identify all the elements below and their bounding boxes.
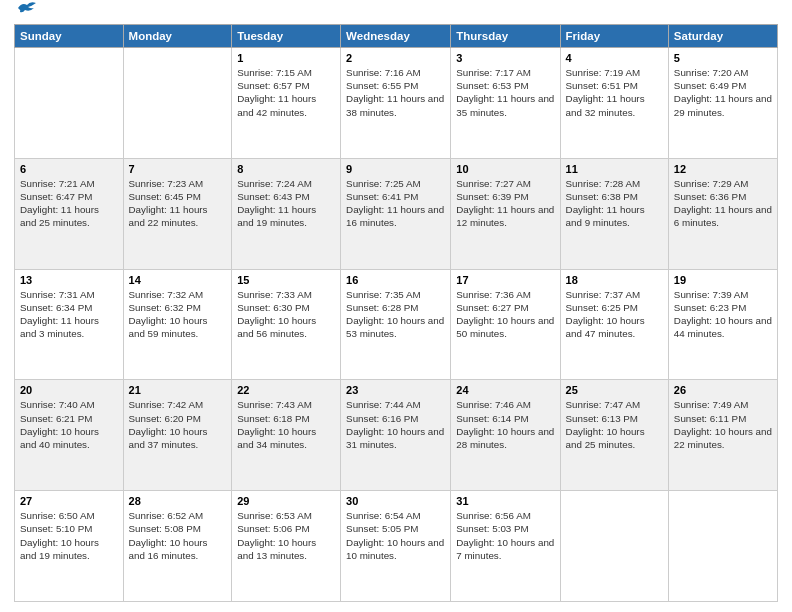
day-info: Sunrise: 7:24 AM Sunset: 6:43 PM Dayligh… <box>237 177 335 230</box>
table-row: 15Sunrise: 7:33 AM Sunset: 6:30 PM Dayli… <box>232 269 341 380</box>
table-row: 9Sunrise: 7:25 AM Sunset: 6:41 PM Daylig… <box>341 158 451 269</box>
calendar-table: Sunday Monday Tuesday Wednesday Thursday… <box>14 24 778 602</box>
day-number: 4 <box>566 52 663 64</box>
table-row <box>123 48 232 159</box>
day-info: Sunrise: 7:19 AM Sunset: 6:51 PM Dayligh… <box>566 66 663 119</box>
day-number: 22 <box>237 384 335 396</box>
day-info: Sunrise: 6:52 AM Sunset: 5:08 PM Dayligh… <box>129 509 227 562</box>
table-row <box>560 491 668 602</box>
table-row: 19Sunrise: 7:39 AM Sunset: 6:23 PM Dayli… <box>668 269 777 380</box>
day-number: 13 <box>20 274 118 286</box>
day-number: 15 <box>237 274 335 286</box>
table-row: 11Sunrise: 7:28 AM Sunset: 6:38 PM Dayli… <box>560 158 668 269</box>
table-row: 3Sunrise: 7:17 AM Sunset: 6:53 PM Daylig… <box>451 48 560 159</box>
day-number: 2 <box>346 52 445 64</box>
day-info: Sunrise: 7:27 AM Sunset: 6:39 PM Dayligh… <box>456 177 554 230</box>
day-info: Sunrise: 7:28 AM Sunset: 6:38 PM Dayligh… <box>566 177 663 230</box>
day-number: 26 <box>674 384 772 396</box>
day-info: Sunrise: 7:35 AM Sunset: 6:28 PM Dayligh… <box>346 288 445 341</box>
day-info: Sunrise: 7:36 AM Sunset: 6:27 PM Dayligh… <box>456 288 554 341</box>
page: Sunday Monday Tuesday Wednesday Thursday… <box>0 0 792 612</box>
table-row: 14Sunrise: 7:32 AM Sunset: 6:32 PM Dayli… <box>123 269 232 380</box>
day-number: 27 <box>20 495 118 507</box>
day-number: 21 <box>129 384 227 396</box>
day-number: 16 <box>346 274 445 286</box>
table-row: 4Sunrise: 7:19 AM Sunset: 6:51 PM Daylig… <box>560 48 668 159</box>
col-saturday: Saturday <box>668 25 777 48</box>
day-info: Sunrise: 7:17 AM Sunset: 6:53 PM Dayligh… <box>456 66 554 119</box>
day-number: 18 <box>566 274 663 286</box>
day-info: Sunrise: 7:42 AM Sunset: 6:20 PM Dayligh… <box>129 398 227 451</box>
table-row: 24Sunrise: 7:46 AM Sunset: 6:14 PM Dayli… <box>451 380 560 491</box>
day-number: 19 <box>674 274 772 286</box>
table-row: 5Sunrise: 7:20 AM Sunset: 6:49 PM Daylig… <box>668 48 777 159</box>
table-row: 7Sunrise: 7:23 AM Sunset: 6:45 PM Daylig… <box>123 158 232 269</box>
table-row: 30Sunrise: 6:54 AM Sunset: 5:05 PM Dayli… <box>341 491 451 602</box>
day-info: Sunrise: 7:20 AM Sunset: 6:49 PM Dayligh… <box>674 66 772 119</box>
col-friday: Friday <box>560 25 668 48</box>
day-info: Sunrise: 7:15 AM Sunset: 6:57 PM Dayligh… <box>237 66 335 119</box>
day-info: Sunrise: 7:43 AM Sunset: 6:18 PM Dayligh… <box>237 398 335 451</box>
table-row: 6Sunrise: 7:21 AM Sunset: 6:47 PM Daylig… <box>15 158 124 269</box>
logo-bird-icon <box>16 0 38 16</box>
table-row: 31Sunrise: 6:56 AM Sunset: 5:03 PM Dayli… <box>451 491 560 602</box>
day-info: Sunrise: 7:44 AM Sunset: 6:16 PM Dayligh… <box>346 398 445 451</box>
day-info: Sunrise: 7:32 AM Sunset: 6:32 PM Dayligh… <box>129 288 227 341</box>
day-number: 9 <box>346 163 445 175</box>
day-info: Sunrise: 7:31 AM Sunset: 6:34 PM Dayligh… <box>20 288 118 341</box>
day-number: 1 <box>237 52 335 64</box>
day-number: 31 <box>456 495 554 507</box>
table-row: 25Sunrise: 7:47 AM Sunset: 6:13 PM Dayli… <box>560 380 668 491</box>
day-info: Sunrise: 7:16 AM Sunset: 6:55 PM Dayligh… <box>346 66 445 119</box>
day-info: Sunrise: 7:40 AM Sunset: 6:21 PM Dayligh… <box>20 398 118 451</box>
table-row: 22Sunrise: 7:43 AM Sunset: 6:18 PM Dayli… <box>232 380 341 491</box>
header <box>14 10 778 16</box>
day-number: 5 <box>674 52 772 64</box>
day-number: 6 <box>20 163 118 175</box>
day-number: 14 <box>129 274 227 286</box>
day-number: 23 <box>346 384 445 396</box>
table-row: 10Sunrise: 7:27 AM Sunset: 6:39 PM Dayli… <box>451 158 560 269</box>
day-number: 25 <box>566 384 663 396</box>
calendar-header-row: Sunday Monday Tuesday Wednesday Thursday… <box>15 25 778 48</box>
table-row: 23Sunrise: 7:44 AM Sunset: 6:16 PM Dayli… <box>341 380 451 491</box>
table-row: 18Sunrise: 7:37 AM Sunset: 6:25 PM Dayli… <box>560 269 668 380</box>
day-number: 20 <box>20 384 118 396</box>
day-info: Sunrise: 7:47 AM Sunset: 6:13 PM Dayligh… <box>566 398 663 451</box>
logo <box>14 10 38 16</box>
day-info: Sunrise: 7:39 AM Sunset: 6:23 PM Dayligh… <box>674 288 772 341</box>
table-row: 20Sunrise: 7:40 AM Sunset: 6:21 PM Dayli… <box>15 380 124 491</box>
day-number: 30 <box>346 495 445 507</box>
day-number: 3 <box>456 52 554 64</box>
table-row: 12Sunrise: 7:29 AM Sunset: 6:36 PM Dayli… <box>668 158 777 269</box>
day-info: Sunrise: 6:53 AM Sunset: 5:06 PM Dayligh… <box>237 509 335 562</box>
day-number: 17 <box>456 274 554 286</box>
day-info: Sunrise: 7:49 AM Sunset: 6:11 PM Dayligh… <box>674 398 772 451</box>
day-info: Sunrise: 7:21 AM Sunset: 6:47 PM Dayligh… <box>20 177 118 230</box>
day-number: 11 <box>566 163 663 175</box>
table-row: 27Sunrise: 6:50 AM Sunset: 5:10 PM Dayli… <box>15 491 124 602</box>
table-row <box>668 491 777 602</box>
table-row: 21Sunrise: 7:42 AM Sunset: 6:20 PM Dayli… <box>123 380 232 491</box>
day-info: Sunrise: 7:37 AM Sunset: 6:25 PM Dayligh… <box>566 288 663 341</box>
table-row: 26Sunrise: 7:49 AM Sunset: 6:11 PM Dayli… <box>668 380 777 491</box>
day-info: Sunrise: 7:46 AM Sunset: 6:14 PM Dayligh… <box>456 398 554 451</box>
table-row: 8Sunrise: 7:24 AM Sunset: 6:43 PM Daylig… <box>232 158 341 269</box>
day-number: 10 <box>456 163 554 175</box>
day-info: Sunrise: 7:25 AM Sunset: 6:41 PM Dayligh… <box>346 177 445 230</box>
day-info: Sunrise: 6:50 AM Sunset: 5:10 PM Dayligh… <box>20 509 118 562</box>
table-row: 28Sunrise: 6:52 AM Sunset: 5:08 PM Dayli… <box>123 491 232 602</box>
day-number: 8 <box>237 163 335 175</box>
col-thursday: Thursday <box>451 25 560 48</box>
col-tuesday: Tuesday <box>232 25 341 48</box>
table-row <box>15 48 124 159</box>
table-row: 13Sunrise: 7:31 AM Sunset: 6:34 PM Dayli… <box>15 269 124 380</box>
col-sunday: Sunday <box>15 25 124 48</box>
table-row: 2Sunrise: 7:16 AM Sunset: 6:55 PM Daylig… <box>341 48 451 159</box>
table-row: 1Sunrise: 7:15 AM Sunset: 6:57 PM Daylig… <box>232 48 341 159</box>
day-info: Sunrise: 7:23 AM Sunset: 6:45 PM Dayligh… <box>129 177 227 230</box>
table-row: 17Sunrise: 7:36 AM Sunset: 6:27 PM Dayli… <box>451 269 560 380</box>
day-number: 28 <box>129 495 227 507</box>
day-info: Sunrise: 6:56 AM Sunset: 5:03 PM Dayligh… <box>456 509 554 562</box>
day-number: 29 <box>237 495 335 507</box>
